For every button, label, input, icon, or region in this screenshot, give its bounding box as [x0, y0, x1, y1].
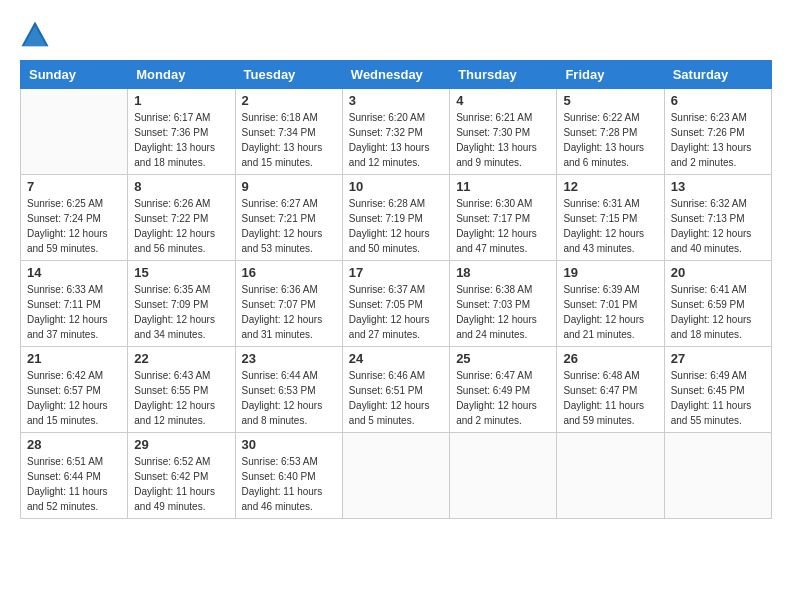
day-number: 7 — [27, 179, 121, 194]
calendar-cell — [21, 89, 128, 175]
day-number: 16 — [242, 265, 336, 280]
day-info: Sunrise: 6:44 AM Sunset: 6:53 PM Dayligh… — [242, 368, 336, 428]
calendar-cell: 9Sunrise: 6:27 AM Sunset: 7:21 PM Daylig… — [235, 175, 342, 261]
page-header — [20, 20, 772, 50]
column-header-friday: Friday — [557, 61, 664, 89]
calendar-cell — [450, 433, 557, 519]
calendar-week-row: 14Sunrise: 6:33 AM Sunset: 7:11 PM Dayli… — [21, 261, 772, 347]
day-number: 12 — [563, 179, 657, 194]
day-number: 21 — [27, 351, 121, 366]
logo — [20, 20, 54, 50]
calendar-cell: 21Sunrise: 6:42 AM Sunset: 6:57 PM Dayli… — [21, 347, 128, 433]
calendar-cell: 28Sunrise: 6:51 AM Sunset: 6:44 PM Dayli… — [21, 433, 128, 519]
calendar-cell — [342, 433, 449, 519]
day-info: Sunrise: 6:28 AM Sunset: 7:19 PM Dayligh… — [349, 196, 443, 256]
calendar-cell: 3Sunrise: 6:20 AM Sunset: 7:32 PM Daylig… — [342, 89, 449, 175]
calendar-cell: 11Sunrise: 6:30 AM Sunset: 7:17 PM Dayli… — [450, 175, 557, 261]
calendar-cell: 20Sunrise: 6:41 AM Sunset: 6:59 PM Dayli… — [664, 261, 771, 347]
day-info: Sunrise: 6:23 AM Sunset: 7:26 PM Dayligh… — [671, 110, 765, 170]
day-info: Sunrise: 6:52 AM Sunset: 6:42 PM Dayligh… — [134, 454, 228, 514]
day-info: Sunrise: 6:35 AM Sunset: 7:09 PM Dayligh… — [134, 282, 228, 342]
logo-icon — [20, 20, 50, 50]
calendar-cell: 10Sunrise: 6:28 AM Sunset: 7:19 PM Dayli… — [342, 175, 449, 261]
calendar-cell: 19Sunrise: 6:39 AM Sunset: 7:01 PM Dayli… — [557, 261, 664, 347]
day-info: Sunrise: 6:47 AM Sunset: 6:49 PM Dayligh… — [456, 368, 550, 428]
day-number: 30 — [242, 437, 336, 452]
day-number: 4 — [456, 93, 550, 108]
calendar-week-row: 28Sunrise: 6:51 AM Sunset: 6:44 PM Dayli… — [21, 433, 772, 519]
day-info: Sunrise: 6:37 AM Sunset: 7:05 PM Dayligh… — [349, 282, 443, 342]
day-info: Sunrise: 6:51 AM Sunset: 6:44 PM Dayligh… — [27, 454, 121, 514]
day-info: Sunrise: 6:43 AM Sunset: 6:55 PM Dayligh… — [134, 368, 228, 428]
day-info: Sunrise: 6:30 AM Sunset: 7:17 PM Dayligh… — [456, 196, 550, 256]
day-number: 13 — [671, 179, 765, 194]
day-number: 14 — [27, 265, 121, 280]
day-number: 2 — [242, 93, 336, 108]
calendar-cell: 7Sunrise: 6:25 AM Sunset: 7:24 PM Daylig… — [21, 175, 128, 261]
day-number: 27 — [671, 351, 765, 366]
day-info: Sunrise: 6:48 AM Sunset: 6:47 PM Dayligh… — [563, 368, 657, 428]
day-number: 18 — [456, 265, 550, 280]
day-number: 20 — [671, 265, 765, 280]
calendar-header-row: SundayMondayTuesdayWednesdayThursdayFrid… — [21, 61, 772, 89]
calendar-cell: 24Sunrise: 6:46 AM Sunset: 6:51 PM Dayli… — [342, 347, 449, 433]
day-number: 3 — [349, 93, 443, 108]
calendar-cell: 6Sunrise: 6:23 AM Sunset: 7:26 PM Daylig… — [664, 89, 771, 175]
day-info: Sunrise: 6:49 AM Sunset: 6:45 PM Dayligh… — [671, 368, 765, 428]
day-number: 1 — [134, 93, 228, 108]
column-header-monday: Monday — [128, 61, 235, 89]
column-header-tuesday: Tuesday — [235, 61, 342, 89]
column-header-saturday: Saturday — [664, 61, 771, 89]
day-info: Sunrise: 6:39 AM Sunset: 7:01 PM Dayligh… — [563, 282, 657, 342]
day-info: Sunrise: 6:31 AM Sunset: 7:15 PM Dayligh… — [563, 196, 657, 256]
day-number: 9 — [242, 179, 336, 194]
day-info: Sunrise: 6:41 AM Sunset: 6:59 PM Dayligh… — [671, 282, 765, 342]
calendar-cell: 23Sunrise: 6:44 AM Sunset: 6:53 PM Dayli… — [235, 347, 342, 433]
day-info: Sunrise: 6:18 AM Sunset: 7:34 PM Dayligh… — [242, 110, 336, 170]
column-header-wednesday: Wednesday — [342, 61, 449, 89]
day-info: Sunrise: 6:21 AM Sunset: 7:30 PM Dayligh… — [456, 110, 550, 170]
calendar-cell: 4Sunrise: 6:21 AM Sunset: 7:30 PM Daylig… — [450, 89, 557, 175]
calendar-week-row: 7Sunrise: 6:25 AM Sunset: 7:24 PM Daylig… — [21, 175, 772, 261]
calendar-cell: 13Sunrise: 6:32 AM Sunset: 7:13 PM Dayli… — [664, 175, 771, 261]
day-number: 6 — [671, 93, 765, 108]
day-info: Sunrise: 6:26 AM Sunset: 7:22 PM Dayligh… — [134, 196, 228, 256]
day-number: 17 — [349, 265, 443, 280]
day-number: 5 — [563, 93, 657, 108]
calendar-cell — [664, 433, 771, 519]
calendar-table: SundayMondayTuesdayWednesdayThursdayFrid… — [20, 60, 772, 519]
column-header-sunday: Sunday — [21, 61, 128, 89]
calendar-cell — [557, 433, 664, 519]
day-info: Sunrise: 6:22 AM Sunset: 7:28 PM Dayligh… — [563, 110, 657, 170]
calendar-cell: 26Sunrise: 6:48 AM Sunset: 6:47 PM Dayli… — [557, 347, 664, 433]
day-number: 25 — [456, 351, 550, 366]
calendar-cell: 17Sunrise: 6:37 AM Sunset: 7:05 PM Dayli… — [342, 261, 449, 347]
day-info: Sunrise: 6:17 AM Sunset: 7:36 PM Dayligh… — [134, 110, 228, 170]
day-info: Sunrise: 6:38 AM Sunset: 7:03 PM Dayligh… — [456, 282, 550, 342]
calendar-cell: 22Sunrise: 6:43 AM Sunset: 6:55 PM Dayli… — [128, 347, 235, 433]
calendar-cell: 1Sunrise: 6:17 AM Sunset: 7:36 PM Daylig… — [128, 89, 235, 175]
day-number: 28 — [27, 437, 121, 452]
calendar-cell: 5Sunrise: 6:22 AM Sunset: 7:28 PM Daylig… — [557, 89, 664, 175]
calendar-cell: 30Sunrise: 6:53 AM Sunset: 6:40 PM Dayli… — [235, 433, 342, 519]
day-number: 10 — [349, 179, 443, 194]
day-number: 26 — [563, 351, 657, 366]
calendar-cell: 2Sunrise: 6:18 AM Sunset: 7:34 PM Daylig… — [235, 89, 342, 175]
calendar-cell: 16Sunrise: 6:36 AM Sunset: 7:07 PM Dayli… — [235, 261, 342, 347]
day-info: Sunrise: 6:32 AM Sunset: 7:13 PM Dayligh… — [671, 196, 765, 256]
day-info: Sunrise: 6:46 AM Sunset: 6:51 PM Dayligh… — [349, 368, 443, 428]
calendar-week-row: 21Sunrise: 6:42 AM Sunset: 6:57 PM Dayli… — [21, 347, 772, 433]
day-number: 15 — [134, 265, 228, 280]
day-number: 22 — [134, 351, 228, 366]
calendar-week-row: 1Sunrise: 6:17 AM Sunset: 7:36 PM Daylig… — [21, 89, 772, 175]
day-info: Sunrise: 6:53 AM Sunset: 6:40 PM Dayligh… — [242, 454, 336, 514]
calendar-cell: 14Sunrise: 6:33 AM Sunset: 7:11 PM Dayli… — [21, 261, 128, 347]
calendar-cell: 15Sunrise: 6:35 AM Sunset: 7:09 PM Dayli… — [128, 261, 235, 347]
calendar-cell: 18Sunrise: 6:38 AM Sunset: 7:03 PM Dayli… — [450, 261, 557, 347]
day-number: 19 — [563, 265, 657, 280]
day-info: Sunrise: 6:25 AM Sunset: 7:24 PM Dayligh… — [27, 196, 121, 256]
calendar-cell: 8Sunrise: 6:26 AM Sunset: 7:22 PM Daylig… — [128, 175, 235, 261]
day-number: 29 — [134, 437, 228, 452]
day-number: 23 — [242, 351, 336, 366]
day-info: Sunrise: 6:36 AM Sunset: 7:07 PM Dayligh… — [242, 282, 336, 342]
